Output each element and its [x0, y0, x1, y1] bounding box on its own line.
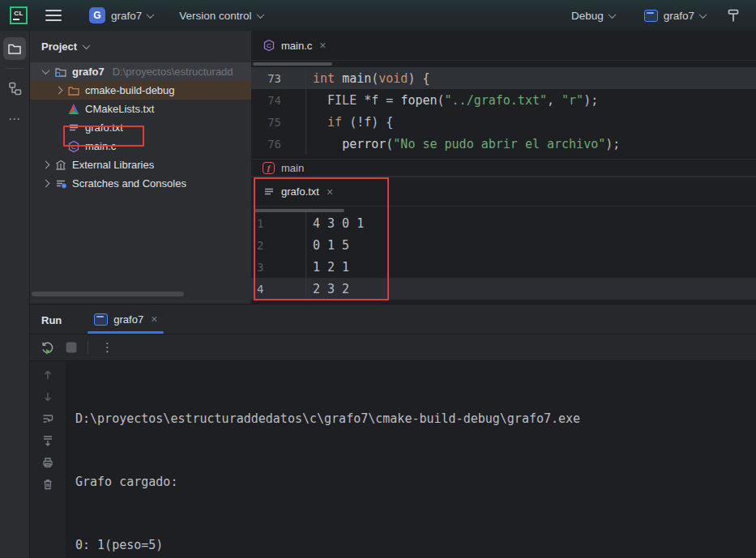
tree-row-cmake-build-debug[interactable]: cmake-build-debug: [30, 81, 251, 100]
code-token: (: [438, 93, 445, 108]
print-icon[interactable]: [41, 455, 55, 470]
console-gutter: [30, 361, 66, 558]
run-config-label: grafo7: [664, 10, 694, 22]
run-configuration-select[interactable]: grafo7: [639, 6, 711, 25]
main-toolbar: CL G grafo7 Version control Debug grafo7: [0, 0, 756, 31]
close-icon[interactable]: ×: [327, 185, 333, 198]
project-panel-header[interactable]: Project: [30, 31, 251, 56]
project-panel-hscrollbar[interactable]: [32, 292, 184, 296]
code-line: 75 if (!f) {: [251, 111, 756, 133]
code-line: 74 FILE *f = fopen("../grafo.txt", "r");: [251, 89, 756, 111]
tree-item-label: CMakeLists.txt: [85, 103, 154, 115]
run-console: D:\proyectos\estructuraddedatos\c\grafo7…: [30, 361, 756, 558]
code-token: [313, 115, 327, 130]
left-tool-strip: ⋯: [0, 31, 30, 558]
code-token: FILE *f =: [313, 93, 400, 108]
console-output[interactable]: D:\proyectos\estructuraddedatos\c\grafo7…: [66, 361, 756, 558]
main-menu-icon[interactable]: [45, 10, 62, 21]
more-tool-windows-button[interactable]: ⋯: [3, 108, 26, 130]
vcs-widget[interactable]: Version control: [174, 6, 267, 25]
code-token: );: [583, 93, 598, 108]
cmake-icon: [67, 103, 80, 116]
run-config-app-icon: [94, 313, 108, 326]
chevron-down-icon: [608, 11, 616, 19]
project-panel: Project grafo7 D:\proyectos\estructuradd…: [30, 31, 251, 304]
tree-item-label: grafo.txt: [85, 121, 123, 134]
code-token: ) {: [408, 71, 429, 86]
editor-hscrollbar[interactable]: [253, 62, 332, 66]
text-file-icon: [263, 185, 275, 198]
more-icon: ⋯: [8, 112, 21, 126]
scroll-to-end-icon[interactable]: [41, 433, 55, 448]
arrow-down-icon[interactable]: [41, 390, 55, 404]
scratches-icon: [54, 177, 67, 190]
code-token: "r": [562, 93, 583, 108]
tree-row-grafo-txt[interactable]: grafo.txt: [30, 118, 251, 137]
build-hammer-icon[interactable]: [725, 7, 741, 23]
line-number: 75: [251, 111, 306, 133]
console-line: Grafo cargado:: [75, 471, 756, 492]
project-badge: G: [89, 7, 105, 23]
chevron-down-icon: [41, 66, 49, 75]
breadcrumb: f main: [251, 159, 756, 177]
tree-root-label: grafo7: [72, 66, 105, 78]
structure-tool-button[interactable]: [3, 77, 26, 100]
code-token: ,: [547, 93, 562, 108]
chevron-down-icon: [147, 11, 155, 19]
svg-text:C: C: [71, 143, 76, 151]
stop-button[interactable]: [65, 341, 78, 354]
structure-icon: [6, 80, 23, 96]
tab-grafo-txt[interactable]: grafo.txt ×: [251, 177, 341, 206]
code-token: [313, 137, 342, 151]
line-number: 2: [251, 234, 306, 256]
code-token: void: [378, 71, 408, 86]
console-line: 0: 1(peso=5): [75, 535, 756, 556]
code-line: 76 perror("No se pudo abrir el archivo")…: [251, 133, 756, 155]
more-options-icon[interactable]: ⋮: [98, 340, 117, 355]
chevron-right-icon: [54, 87, 62, 95]
tree-row-main-c[interactable]: C main.c: [30, 137, 251, 155]
run-config-app-icon: [644, 10, 658, 22]
chevron-down-icon: [256, 11, 264, 19]
project-tool-button[interactable]: [3, 37, 26, 60]
soft-wrap-icon[interactable]: [41, 411, 55, 426]
preview-line: 3 1 2 1: [251, 256, 756, 278]
run-panel-header: Run grafo7 ×: [30, 305, 756, 334]
editor-tab-bar: C main.c ×: [251, 31, 756, 61]
arrow-up-icon[interactable]: [41, 368, 55, 382]
editor-region: C main.c × 73 int main(void) { 74 FILE *…: [251, 31, 756, 304]
preview-editor[interactable]: 1 4 3 0 1 2 0 1 5 3 1 2 1 4 2 3 2: [251, 212, 756, 300]
c-file-icon: C: [67, 140, 80, 153]
project-widget[interactable]: G grafo7: [84, 4, 158, 27]
chevron-down-icon: [83, 41, 91, 49]
line-number: 73: [251, 67, 306, 89]
code-token: "No se pudo abrir el archivo": [393, 137, 605, 151]
clion-logo-icon: CL: [10, 6, 28, 24]
code-token: main: [342, 71, 371, 86]
run-tab-grafo7[interactable]: grafo7 ×: [86, 305, 165, 334]
tab-main-c[interactable]: C main.c ×: [251, 31, 334, 60]
preview-text: 0 1 5: [306, 238, 349, 253]
tree-row-external-libraries[interactable]: External Libraries: [30, 155, 251, 174]
code-token: if: [327, 115, 342, 130]
tab-label: grafo.txt: [281, 185, 319, 198]
tree-row-cmakelists[interactable]: CMakeLists.txt: [30, 100, 251, 118]
clion-logo-text: CL: [14, 11, 23, 17]
tree-item-label: Scratches and Consoles: [72, 177, 186, 190]
close-icon[interactable]: ×: [151, 313, 157, 326]
function-icon: f: [263, 162, 275, 174]
breadcrumb-function[interactable]: main: [281, 162, 304, 174]
debug-mode-select[interactable]: Debug: [566, 6, 620, 25]
code-token: );: [605, 137, 620, 151]
rerun-button[interactable]: [40, 340, 55, 356]
tree-row-grafo7-root[interactable]: grafo7 D:\proyectos\estructuradd: [30, 62, 251, 81]
debug-mode-label: Debug: [571, 10, 604, 22]
code-token: perror: [342, 137, 386, 151]
code-editor[interactable]: 73 int main(void) { 74 FILE *f = fopen("…: [251, 67, 756, 155]
text-file-icon: [67, 121, 80, 134]
close-icon[interactable]: ×: [319, 39, 326, 52]
tree-row-scratches[interactable]: Scratches and Consoles: [30, 174, 251, 193]
project-folder-icon: [54, 66, 67, 79]
clear-trash-icon[interactable]: [41, 477, 55, 492]
run-tab-label: grafo7: [113, 313, 143, 326]
